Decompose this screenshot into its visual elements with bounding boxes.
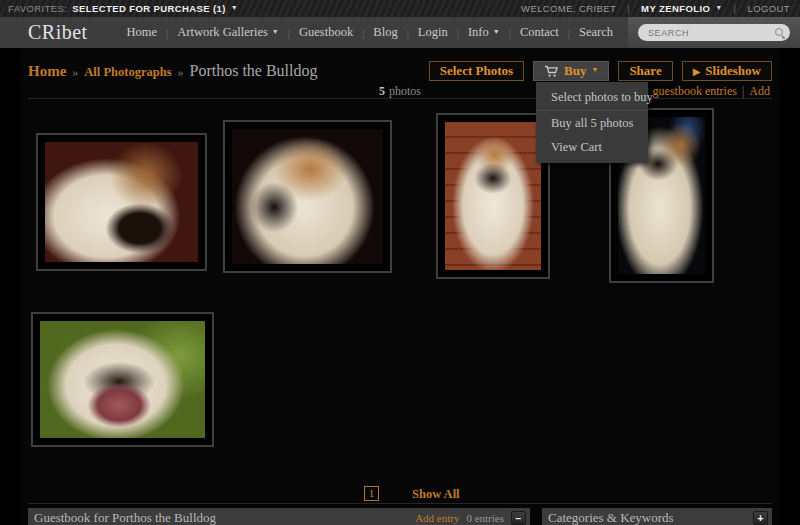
search-input[interactable] xyxy=(648,28,775,38)
slideshow-button[interactable]: ▶ Slideshow xyxy=(682,61,772,81)
site-logo[interactable]: CRibet xyxy=(28,21,88,44)
guestbook-add-link[interactable]: Add xyxy=(749,84,770,98)
main-nav: Home | Artwork Galleries▼ | Guestbook | … xyxy=(117,25,622,40)
nav-contact[interactable]: Contact xyxy=(511,25,568,40)
my-zenfolio-link[interactable]: MY ZENFOLIO xyxy=(641,3,710,14)
photo-thumbnail-2[interactable] xyxy=(223,120,392,273)
show-all-link[interactable]: Show All xyxy=(412,487,460,502)
bulldog-photo-1 xyxy=(45,142,198,262)
favorites-selected-value[interactable]: SELECTED FOR PURCHASE (1) xyxy=(72,3,226,14)
add-entry-link[interactable]: Add entry xyxy=(415,512,459,524)
photo-thumbnail-3[interactable] xyxy=(436,113,550,279)
play-icon: ▶ xyxy=(693,66,701,77)
buy-dropdown-menu: Select photos to buy Buy all 5 photos Vi… xyxy=(536,82,648,163)
bulldog-photo-3 xyxy=(445,122,541,270)
breadcrumb-separator: » xyxy=(178,65,184,80)
breadcrumb-all-photographs[interactable]: All Photographs xyxy=(84,65,171,80)
search-box[interactable] xyxy=(638,24,790,41)
divider xyxy=(28,503,772,504)
cart-icon xyxy=(544,65,559,78)
categories-panel: Categories & Keywords + xyxy=(542,508,772,525)
guestbook-panel: Guestbook for Porthos the Bulldog Add en… xyxy=(28,508,530,525)
breadcrumb-separator: » xyxy=(72,65,78,80)
site-header: CRibet Home | Artwork Galleries▼ | Guest… xyxy=(0,17,800,48)
bulldog-photo-2 xyxy=(232,129,383,264)
breadcrumb-home[interactable]: Home xyxy=(28,63,66,80)
nav-artwork-galleries[interactable]: Artwork Galleries▼ xyxy=(168,25,288,40)
share-button[interactable]: Share xyxy=(618,61,672,81)
gallery-meta-row: 5photos 0guestbook entries|Add xyxy=(28,84,772,97)
guestbook-panel-header: Guestbook for Porthos the Bulldog Add en… xyxy=(28,508,530,525)
categories-panel-header: Categories & Keywords + xyxy=(542,508,772,525)
bottom-panels: Guestbook for Porthos the Bulldog Add en… xyxy=(28,508,772,525)
logout-link[interactable]: LOGOUT xyxy=(747,3,790,14)
buy-button[interactable]: Buy ▼ xyxy=(533,61,609,81)
select-photos-button[interactable]: Select Photos xyxy=(429,61,524,81)
entries-count: 0 entries xyxy=(466,512,504,524)
photo-thumbnail-1[interactable] xyxy=(36,133,207,271)
pagination: 1 Show All xyxy=(28,486,772,502)
menu-item-select-photos-to-buy[interactable]: Select photos to buy xyxy=(536,85,648,111)
favorites-group[interactable]: FAVORITES: SELECTED FOR PURCHASE (1) ▼ xyxy=(8,3,238,14)
page-content: Home » All Photographs » Porthos the Bul… xyxy=(20,48,780,525)
photo-gallery: 1 Show All xyxy=(28,99,772,503)
chevron-down-icon: ▼ xyxy=(591,66,598,74)
separator: | xyxy=(627,3,630,14)
guestbook-summary: 0guestbook entries|Add xyxy=(643,84,770,99)
chevron-down-icon: ▼ xyxy=(272,28,279,36)
chevron-down-icon[interactable]: ▼ xyxy=(715,4,722,11)
separator: | xyxy=(734,3,737,14)
chevron-down-icon: ▼ xyxy=(493,28,500,36)
toolbar-row: Home » All Photographs » Porthos the Bul… xyxy=(28,60,772,82)
chevron-down-icon[interactable]: ▼ xyxy=(231,4,238,11)
search-icon[interactable] xyxy=(775,28,784,37)
nav-blog[interactable]: Blog xyxy=(364,25,406,40)
nav-search[interactable]: Search xyxy=(570,25,622,40)
utility-bar: FAVORITES: SELECTED FOR PURCHASE (1) ▼ W… xyxy=(0,0,800,17)
nav-info[interactable]: Info▼ xyxy=(459,25,509,40)
welcome-text: WELCOME, CRIBET xyxy=(521,3,616,14)
guestbook-panel-title: Guestbook for Porthos the Bulldog xyxy=(34,510,216,525)
expand-icon[interactable]: + xyxy=(753,511,768,525)
nav-home[interactable]: Home xyxy=(117,25,166,40)
search-zone xyxy=(628,17,800,48)
page-number-button[interactable]: 1 xyxy=(364,486,379,501)
breadcrumb: Home » All Photographs » Porthos the Bul… xyxy=(28,62,318,80)
page-title: Porthos the Bulldog xyxy=(190,62,318,80)
bulldog-photo-5 xyxy=(40,321,205,438)
nav-login[interactable]: Login xyxy=(409,25,457,40)
photo-thumbnail-5[interactable] xyxy=(31,312,214,447)
gallery-actions: Select Photos Buy ▼ Share ▶ Slideshow xyxy=(429,61,772,81)
menu-item-buy-all-photos[interactable]: Buy all 5 photos xyxy=(536,111,648,135)
guestbook-entries-link[interactable]: guestbook entries xyxy=(653,84,737,98)
collapse-icon[interactable]: − xyxy=(511,511,526,525)
nav-guestbook[interactable]: Guestbook xyxy=(290,25,362,40)
account-group: WELCOME, CRIBET | MY ZENFOLIO ▼ | LOGOUT xyxy=(521,3,790,14)
menu-item-view-cart[interactable]: View Cart xyxy=(536,135,648,159)
categories-panel-title: Categories & Keywords xyxy=(548,510,674,525)
favorites-label: FAVORITES: xyxy=(8,3,67,14)
